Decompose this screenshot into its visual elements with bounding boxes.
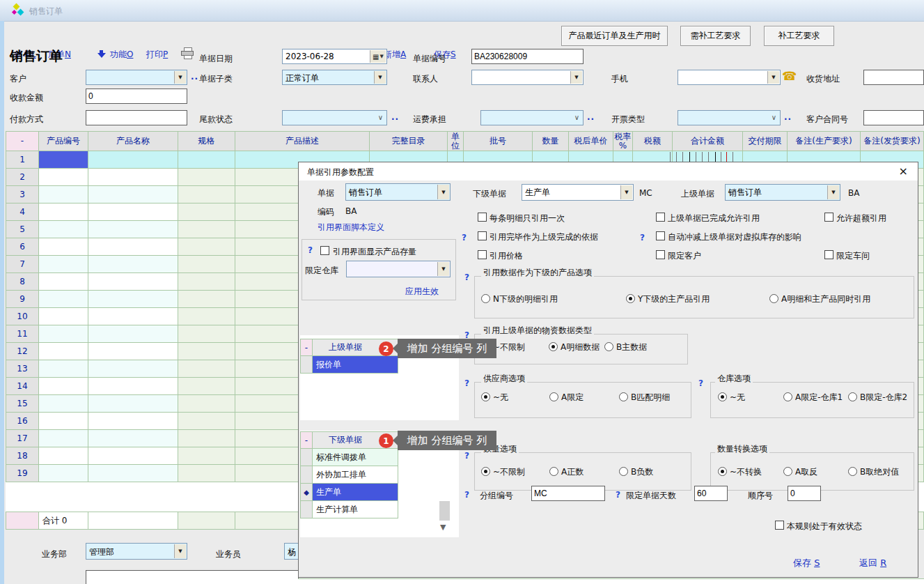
grid-cell[interactable] [88,186,178,203]
grid-header-14[interactable]: 备注(生产要求) [788,131,861,151]
grid-row-number[interactable]: 11 [6,325,39,343]
balance-more-dots[interactable]: .. [391,112,399,122]
lower-row-gutter[interactable] [300,501,313,518]
grid-header-10[interactable]: 税率 % [613,131,633,151]
invoice-select[interactable]: ∨ [678,110,781,125]
grid-cell[interactable] [39,325,88,343]
grid-cell[interactable] [178,343,235,360]
chevron-down-icon[interactable]: ▼ [767,71,779,84]
chevron-down-icon[interactable]: ▼ [174,544,186,558]
grid-cell[interactable] [178,273,235,291]
seq-input[interactable] [788,486,821,501]
radio-option-4-2[interactable] [619,467,628,476]
grid-cell[interactable] [6,512,39,530]
grid-cell[interactable] [88,447,178,465]
radio-option-3-0[interactable] [718,392,727,401]
lower-doc-select[interactable]: 生产单 ▼ [522,184,634,201]
grid-cell[interactable] [88,360,178,378]
grid-row-number[interactable]: 14 [6,378,39,395]
grid-row-number[interactable]: 18 [6,447,39,465]
supplement-process-button[interactable]: 补工艺要求 [764,26,834,46]
grid-header-7[interactable]: 批号 [464,131,533,151]
chevron-down-icon[interactable]: ▼ [374,71,386,84]
grid-cell[interactable] [39,378,88,395]
grid-row-number[interactable]: 4 [6,203,39,221]
grid-cell[interactable] [88,273,178,291]
dialog-checkbox-4[interactable] [656,231,665,240]
radio-option-1-2[interactable] [604,342,613,351]
close-icon[interactable]: × [899,164,908,178]
radio-option-3-2[interactable] [848,392,857,401]
dialog-back-link[interactable]: 返回 R [859,557,886,569]
grid-row-number[interactable]: 15 [6,395,39,413]
grid-cell[interactable] [178,169,235,186]
radio-option-0-2[interactable] [769,294,778,303]
grid-row-number[interactable]: 5 [6,221,39,238]
radio-option-1-1[interactable] [549,342,558,351]
lower-row-gutter[interactable] [300,449,313,466]
radio-option-4-1[interactable] [549,467,558,476]
ship-addr-input[interactable] [863,70,924,85]
grid-cell[interactable] [39,221,88,238]
help-icon[interactable]: ? [640,233,645,243]
grid-total-cell[interactable]: 合计 0 [39,512,88,530]
script-define-link[interactable]: 引用界面脚本定义 [318,222,384,233]
radio-option-4-0[interactable] [481,467,490,476]
help-icon[interactable]: ? [698,378,703,388]
grid-cell[interactable] [88,291,178,308]
contact-select[interactable]: ▼ [471,70,584,85]
grid-cell[interactable] [88,378,178,395]
rule-active-checkbox[interactable] [775,521,784,530]
received-input[interactable] [86,89,187,104]
grid-cell[interactable] [88,151,178,169]
grid-cell[interactable] [39,256,88,273]
dialog-save-link[interactable]: 保存 S [793,557,820,569]
grid-row-number[interactable]: 10 [6,308,39,325]
function-dropdown-icon[interactable] [97,50,106,59]
lower-list-item[interactable]: 外协加工排单 [313,466,398,484]
grid-cell[interactable] [88,343,178,360]
grid-cell[interactable] [178,413,235,430]
grid-row-number[interactable]: 9 [6,291,39,308]
radio-option-2-0[interactable] [481,392,490,401]
grid-cell[interactable] [39,465,88,482]
lower-row-gutter[interactable]: ◆ [300,484,313,501]
grid-row-number[interactable]: 7 [6,256,39,273]
grid-header-3[interactable]: 规格 [178,131,235,151]
need-supplement-process-button[interactable]: 需补工艺要求 [680,26,751,46]
grid-cell[interactable] [88,465,178,482]
printer-icon[interactable] [181,47,194,58]
grid-cell[interactable] [178,291,235,308]
grid-row-number[interactable]: 13 [6,360,39,378]
dialog-doc-select[interactable]: 销售订单 ▼ [345,183,451,201]
contract-input[interactable] [863,110,924,125]
grid-cell[interactable] [178,447,235,465]
grid-cell[interactable] [178,360,235,378]
grid-cell[interactable] [88,413,178,430]
chevron-down-icon[interactable]: ▼ [620,185,632,199]
phone-icon[interactable]: ☎ [782,69,797,83]
calendar-icon[interactable]: ▦▼ [370,50,386,63]
radio-option-3-1[interactable] [783,392,792,401]
dialog-checkbox-6[interactable] [824,213,833,222]
grid-row-number[interactable]: 17 [6,430,39,447]
grid-cell[interactable] [88,169,178,186]
grid-cell[interactable] [88,325,178,343]
balance-select[interactable]: ∨ [282,110,387,125]
help-icon[interactable]: ? [308,245,313,255]
show-stock-checkbox[interactable] [320,246,329,255]
grid-row-number[interactable]: 1 [6,151,39,169]
dialog-checkbox-3[interactable] [656,213,665,222]
upper-row-gutter[interactable] [300,356,313,374]
grid-cell[interactable] [39,360,88,378]
dialog-checkbox-1[interactable] [478,231,487,240]
grid-cell[interactable] [178,325,235,343]
grid-cell[interactable] [178,430,235,447]
grid-cell[interactable] [39,203,88,221]
radio-option-5-1[interactable] [783,467,792,476]
grid-cell[interactable] [178,465,235,482]
grid-header-5[interactable]: 完整目录 [370,131,448,151]
grid-cell[interactable] [178,203,235,221]
grid-header-2[interactable]: 产品名称 [88,131,178,151]
memo-field[interactable] [86,570,299,584]
